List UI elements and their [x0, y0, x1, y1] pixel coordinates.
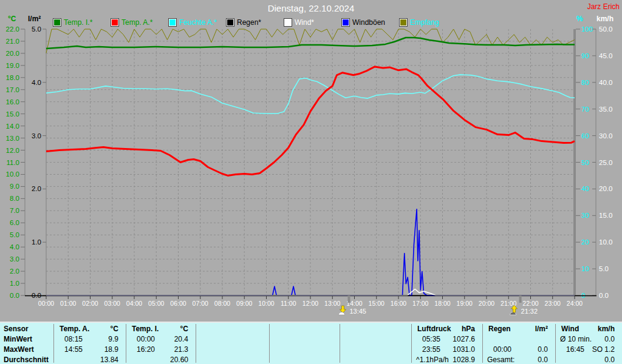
table-column-divider — [196, 324, 196, 363]
temp_c-tick-label: 1.0 — [10, 280, 19, 287]
humidity_pct-tick-label: 100 — [581, 25, 593, 33]
temp_c-tick-label: 13.0 — [6, 135, 19, 142]
weather-chart: 22.021.020.019.018.017.016.015.014.013.0… — [0, 0, 622, 322]
temp_c-tick-label: 7.0 — [10, 207, 19, 214]
table-cell: 1031.0 — [411, 345, 475, 354]
temp_c-tick-label: 16.0 — [6, 98, 19, 106]
humidity_pct-tick-label: 40 — [581, 185, 589, 192]
temp_c-tick-label: 19.0 — [6, 62, 19, 69]
table-cell: 20.4 — [126, 334, 188, 344]
time-tick-label: 23:00 — [545, 300, 561, 307]
temp_c-tick-label: 22.0 — [6, 25, 19, 33]
wind_kmh-tick-label: 45.0 — [599, 52, 612, 59]
time-tick-label: 07:00 — [193, 300, 208, 307]
table-cell: SO 1.2 — [555, 345, 615, 354]
table-cell: 0.0 — [482, 355, 548, 364]
humidity_pct-tick-label: 30 — [581, 212, 589, 219]
rain_lm2-tick-label: 1.0 — [32, 238, 41, 246]
humidity_pct-tick-label: 50 — [581, 159, 589, 166]
table-cell: 0.0 — [482, 345, 548, 354]
table-cell: 21.3 — [126, 345, 188, 354]
time-tick-label: 06:00 — [170, 300, 186, 307]
temp_c-tick-label: 17.0 — [6, 86, 19, 93]
marker-tick — [347, 295, 350, 303]
humidity_pct-tick-label: 90 — [581, 52, 589, 59]
temp_c-tick-label: 11.0 — [6, 159, 19, 166]
weather-chart-screen: Dienstag, 22.10.2024 Jarz Erich °C l/m² … — [0, 0, 622, 364]
time-tick-label: 03:00 — [104, 300, 120, 307]
time-tick-label: 18:00 — [434, 300, 450, 307]
table-cell: Sensor — [4, 324, 29, 334]
time-tick-label: 12:00 — [302, 300, 318, 307]
rain_lm2-tick-label: 5.0 — [32, 25, 41, 33]
rain_lm2-tick-label: 2.0 — [32, 185, 41, 192]
time-tick-label: 00:00 — [38, 300, 54, 307]
table-cell: 13.84 — [53, 355, 118, 364]
table-cell: °C — [126, 324, 188, 334]
time-tick-label: 10:00 — [258, 300, 274, 307]
temp_c-tick-label: 18.0 — [6, 74, 19, 81]
wind_kmh-tick-label: 20.0 — [599, 185, 612, 192]
wind_kmh-tick-label: 5.0 — [599, 265, 609, 272]
table-cell: 1028.9 — [411, 355, 475, 364]
humidity_pct-tick-label: 10 — [581, 265, 589, 272]
temp_c-tick-label: 2.0 — [10, 268, 19, 275]
table-cell: MinWert — [4, 334, 32, 344]
humidity_pct-tick-label: 60 — [581, 132, 589, 140]
temp_c-tick-label: 20.0 — [6, 50, 19, 57]
time-tick-label: 24:00 — [567, 300, 583, 307]
temp_c-tick-label: 8.0 — [10, 195, 19, 202]
marker-time-label: 21:32 — [521, 308, 538, 315]
plot-right-frame — [573, 29, 576, 295]
time-tick-label: 15:00 — [369, 300, 384, 307]
temp_c-tick-label: 21.0 — [6, 38, 19, 45]
temp_c-tick-label: 4.0 — [10, 243, 19, 251]
humidity_pct-tick-label: 20 — [581, 238, 589, 246]
table-cell: 18.9 — [53, 345, 118, 354]
rain_lm2-tick-label: 3.0 — [32, 132, 41, 140]
time-tick-label: 16:00 — [391, 300, 406, 307]
table-cell: 0.0 — [555, 355, 615, 364]
wind_kmh-tick-label: 35.0 — [599, 106, 612, 113]
time-tick-label: 19:00 — [457, 300, 473, 307]
table-cell: MaxWert — [4, 345, 34, 354]
temp_c-tick-label: 14.0 — [6, 123, 19, 130]
time-tick-label: 11:00 — [281, 300, 296, 307]
time-tick-label: 05:00 — [148, 300, 164, 307]
sun-half-disc-icon — [338, 312, 344, 315]
time-tick-label: 09:00 — [236, 300, 252, 307]
summary-table: SensorMinWertMaxWertDurchschnittTemp. A.… — [0, 322, 622, 364]
temp_c-tick-label: 0.0 — [10, 292, 19, 299]
time-tick-label: 13:00 — [324, 300, 340, 307]
time-tick-label: 04:00 — [126, 300, 142, 307]
table-cell: 20.60 — [126, 355, 188, 364]
temp_c-tick-label: 10.0 — [6, 170, 19, 178]
table-cell: 0.0 — [555, 334, 615, 344]
rain_lm2-tick-label: 4.0 — [32, 79, 41, 86]
table-column-divider — [340, 324, 340, 363]
time-tick-label: 01:00 — [60, 300, 76, 307]
wind_kmh-tick-label: 10.0 — [599, 238, 612, 246]
table-cell: hPa — [411, 324, 475, 334]
wind_kmh-tick-label: 30.0 — [599, 132, 612, 140]
temp_c-tick-label: 6.0 — [10, 219, 19, 226]
marker-time-label: 13:45 — [349, 308, 366, 315]
series-temp-i-line — [46, 38, 575, 49]
time-tick-label: 08:00 — [214, 300, 230, 307]
table-cell: km/h — [555, 324, 615, 334]
time-tick-label: 22:00 — [522, 300, 538, 307]
temp_c-tick-label: 15.0 — [6, 110, 19, 118]
humidity_pct-tick-label: 80 — [581, 79, 589, 86]
temp_c-tick-label: 12.0 — [6, 147, 19, 154]
temp_c-tick-label: 3.0 — [10, 255, 19, 263]
table-cell: °C — [53, 324, 118, 334]
table-column-divider — [269, 324, 270, 363]
wind_kmh-tick-label: 15.0 — [599, 212, 612, 219]
temp_c-tick-label: 5.0 — [10, 231, 19, 238]
time-tick-label: 02:00 — [82, 300, 98, 307]
wind_kmh-tick-label: 25.0 — [599, 159, 612, 166]
humidity_pct-tick-label: 70 — [581, 106, 589, 113]
wind_kmh-tick-label: 0.0 — [599, 292, 609, 299]
marker-tick — [519, 295, 522, 303]
sun-down-arrow-icon — [340, 306, 346, 313]
